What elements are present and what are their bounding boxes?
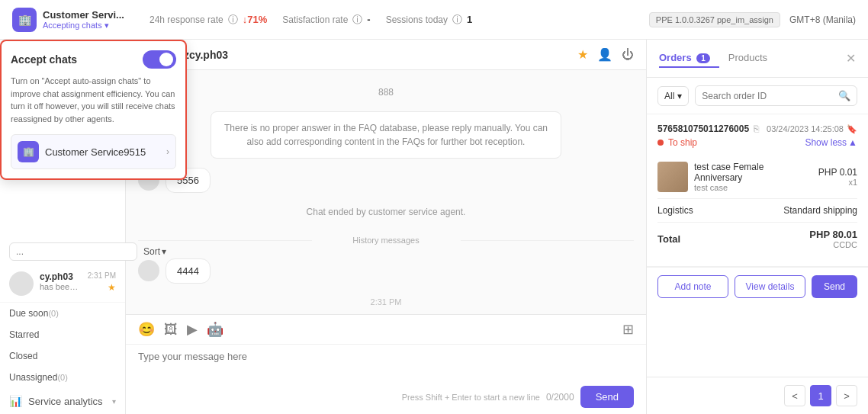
panel-pagination: < 1 > [647,377,868,414]
image-icon[interactable]: 🖼 [164,322,178,338]
popup-org-item[interactable]: 🏢 Customer Service9515 › [11,134,176,169]
brand-info: Customer Servi... Accepting chats ▾ [43,9,124,30]
chat-name: cy.ph03 [40,271,82,282]
orders-badge: 1 [696,53,710,63]
search-icon: 🔍 [838,90,850,101]
order-item-thumbnail [657,162,688,192]
order-search-input[interactable] [702,91,834,101]
sidebar-item-unassigned[interactable]: Unassigned(0) [0,367,125,388]
order-item-price: PHP 0.01 x1 [818,167,857,187]
robot-toolbar-icon[interactable]: 🤖 [207,321,223,338]
popup-org-arrow-icon: › [166,146,169,157]
next-page-button[interactable]: > [836,385,857,406]
sidebar-search-input[interactable] [9,242,137,261]
sidebar-nav: Due soon(0) Starred Closed Unassigned(0)… [0,303,125,414]
accept-chats-popup: Accept chats Turn on "Accept auto-assign… [0,40,187,180]
filter-chevron-icon: ▾ [677,91,682,101]
chat-avatar [9,271,34,296]
item-price-value: PHP 0.01 [818,167,857,178]
timezone-label: GMT+8 (Manila) [789,14,856,25]
chat-input-footer: Press Shift + Enter to start a new line … [126,381,646,414]
video-icon[interactable]: ▶ [187,321,198,338]
filter-all-select[interactable]: All ▾ [657,86,689,106]
logistics-label: Logistics [657,205,693,216]
analytics-label: Service analytics [28,396,106,407]
emoji-icon[interactable]: 😊 [138,321,155,338]
accept-chats-toggle[interactable] [143,50,176,69]
view-details-button[interactable]: View details [735,275,805,298]
order-total-row: Total PHP 80.01 CCDC [657,223,857,257]
total-currency: CCDC [809,240,857,249]
chat-area: testcase.zcy.ph03 ★ 👤 ⏻ 888 There is no … [126,40,647,414]
msg-time-231: 2:31 PM [138,293,634,311]
right-panel-header: Orders 1 Products ✕ [647,40,868,78]
grid-icon[interactable]: ⊞ [622,321,634,338]
logistics-value: Standard shipping [783,205,857,216]
panel-close-button[interactable]: ✕ [846,51,856,66]
sessions-metric: Sessions today ⓘ 1 [386,13,473,27]
star-icon[interactable]: ★ [577,47,588,62]
prev-page-button[interactable]: < [784,385,805,406]
total-label: Total [657,233,680,245]
right-panel: Orders 1 Products ✕ All ▾ 🔍 576581075011… [647,40,868,414]
chat-header: testcase.zcy.ph03 ★ 👤 ⏻ [126,40,646,70]
sidebar-item-starred[interactable]: Starred [0,324,125,345]
add-note-button[interactable]: Add note [657,275,728,298]
star-icon: ★ [108,282,116,293]
current-page-button[interactable]: 1 [810,385,831,406]
copy-icon[interactable]: ⎘ [754,124,759,134]
order-search-box: 🔍 [695,85,857,106]
tab-orders[interactable]: Orders 1 [659,49,719,68]
brand-name: Customer Servi... [43,9,124,21]
chat-header-icons: ★ 👤 ⏻ [577,47,634,62]
brand-area: 🏢 Customer Servi... Accepting chats ▾ [12,8,134,32]
panel-send-button[interactable]: Send [812,275,857,298]
chat-textarea[interactable] [138,351,634,378]
msg-row-5556: 5556 [138,168,634,193]
top-bar: 🏢 Customer Servi... Accepting chats ▾ 24… [0,0,868,40]
msg-number-888: 888 [138,82,634,102]
brand-icon: 🏢 [12,8,37,32]
order-logistics-row: Logistics Standard shipping [657,199,857,223]
total-amount: PHP 80.01 [809,229,857,240]
chat-username: testcase.zcy.ph03 [138,49,568,61]
msg-row-4444: 4444 [138,258,634,284]
msg-info-box: There is no proper answer in the FAQ dat… [211,111,561,159]
sidebar-item-due-soon[interactable]: Due soon(0) [0,303,125,324]
sort-button[interactable]: Sort ▾ [143,246,166,257]
sidebar: Accept chats Turn on "Accept auto-assign… [0,40,126,414]
chevron-up-icon: ▲ [848,137,857,148]
chat-list-item[interactable]: cy.ph03 has been assig... 2:31 PM ★ [0,265,125,303]
popup-org-name: Customer Service9515 [45,146,160,158]
sidebar-item-analytics[interactable]: 📊 Service analytics ▾ [0,388,125,414]
order-item-name: test case Female Anniversary [694,162,812,183]
show-less-button[interactable]: Show less ▲ [805,137,857,148]
chat-preview: has been assig... [40,282,82,291]
history-divider: History messages [138,236,634,245]
order-id-row: 576581075011276005 ⎘ 03/24/2023 14:25:08… [657,124,857,134]
order-actions: Add note View details Send [647,267,868,306]
chat-input-area: 😊 🖼 ▶ 🤖 ⊞ Press Shift + Enter to start a… [126,314,646,414]
person-icon[interactable]: 👤 [597,47,612,62]
tab-products[interactable]: Products [728,49,776,68]
chat-toolbar: 😊 🖼 ▶ 🤖 ⊞ [126,315,646,345]
msg-avatar-2 [138,260,159,281]
order-item-info: test case Female Anniversary test case [694,162,812,192]
msg-system-ended: Chat ended by customer service agent. [138,202,634,222]
msg-bubble-4444: 4444 [166,258,211,284]
chat-info: cy.ph03 has been assig... [40,271,82,291]
send-button[interactable]: Send [580,386,634,408]
sidebar-item-closed[interactable]: Closed [0,345,125,367]
item-qty-value: x1 [818,178,857,187]
brand-status[interactable]: Accepting chats ▾ [43,21,124,30]
order-item-sub: test case [694,183,812,192]
order-status-row: To ship Show less ▲ [657,137,857,148]
total-value: PHP 80.01 CCDC [809,229,857,249]
analytics-icon: 📊 [9,395,22,407]
popup-description: Turn on "Accept auto-assign chats" to im… [11,75,176,125]
sidebar-chat-list: Sort ▾ cy.ph03 has been assig... 2:31 PM… [0,238,125,303]
status-dot [657,140,664,146]
popup-header: Accept chats [11,50,176,69]
order-id-text: 576581075011276005 [657,124,749,134]
power-icon[interactable]: ⏻ [622,48,634,62]
